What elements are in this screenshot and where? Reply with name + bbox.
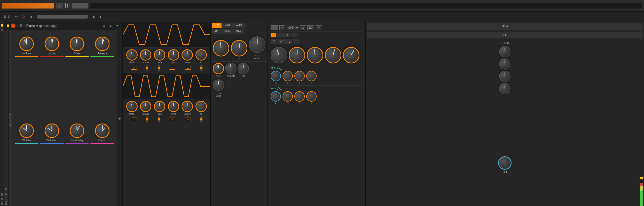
- osc1-shape-slider[interactable]: [146, 65, 148, 71]
- osc2-unison-val[interactable]: 2v: [185, 118, 191, 121]
- pan-knob[interactable]: [504, 42, 506, 44]
- osc1-sub-slider[interactable]: [158, 65, 160, 71]
- osc1-phase-indicator: [201, 51, 201, 54]
- note-button[interactable]: Note: [367, 23, 643, 30]
- scrollbar[interactable]: [37, 15, 88, 19]
- note-knob4[interactable]: [499, 83, 511, 94]
- output-knob[interactable]: [95, 123, 109, 138]
- shape-btn-5[interactable]: ⌒: [271, 39, 277, 44]
- grid-icon[interactable]: ⠿ ⠿: [3, 14, 12, 20]
- wipe-button[interactable]: WIPE: [233, 23, 245, 28]
- fb-knob[interactable]: [238, 63, 249, 74]
- onset-knob[interactable]: [70, 37, 84, 51]
- note-knob3[interactable]: [499, 71, 511, 82]
- shape-btn-3[interactable]: ∧: [284, 33, 290, 37]
- distortion-knob[interactable]: [45, 123, 59, 138]
- aeg-a-knob[interactable]: [271, 91, 281, 102]
- osc2-sub-knob[interactable]: [154, 101, 165, 112]
- filter-eg-btn[interactable]: EG: [307, 25, 315, 30]
- osc2-pitch-val[interactable]: 8': [131, 118, 137, 121]
- aeg-s-knob[interactable]: [294, 91, 305, 102]
- glide-knob[interactable]: [225, 63, 237, 74]
- aeg-d-knob[interactable]: [282, 91, 293, 102]
- grip-handle[interactable]: ⠿⠿⠿: [17, 24, 25, 28]
- note-knob2[interactable]: [499, 58, 511, 70]
- osc2-sync-val[interactable]: R: [169, 118, 175, 121]
- filter-knob4[interactable]: [325, 47, 341, 63]
- feg-s-knob[interactable]: [294, 71, 305, 81]
- release-knob[interactable]: [95, 37, 109, 51]
- note-knob1[interactable]: [499, 46, 511, 57]
- am-button[interactable]: AM: [212, 29, 221, 34]
- osc1-sub-knob[interactable]: [154, 49, 165, 61]
- preset-name-bar[interactable]: [2, 3, 54, 9]
- osc1-mixer-knob[interactable]: [213, 40, 229, 56]
- filter-knob2[interactable]: [289, 47, 305, 63]
- feg-a-knob[interactable]: [271, 71, 281, 81]
- osc2-phase-knob[interactable]: [195, 101, 207, 112]
- feg-r-knob[interactable]: [306, 71, 317, 81]
- filter-knob1[interactable]: [271, 47, 287, 63]
- osc1-sync-val[interactable]: R: [169, 66, 175, 70]
- shape-btn-1[interactable]: ¬: [271, 33, 276, 37]
- settings-btn[interactable]: ⚙: [101, 23, 106, 28]
- filter-bars-btn[interactable]: ⊞: [300, 25, 306, 30]
- power-button[interactable]: ⏻: [11, 23, 15, 28]
- shape-btn-7[interactable]: ∨: [286, 39, 292, 44]
- osc1-pitch-val[interactable]: 8': [131, 66, 137, 70]
- drive-knob[interactable]: [213, 79, 224, 91]
- osc1-sync-knob[interactable]: [168, 49, 179, 61]
- layer-icon[interactable]: [1, 29, 3, 31]
- neg-button[interactable]: NEG: [222, 23, 233, 28]
- add-button[interactable]: +: [117, 116, 122, 121]
- nav-right-arrow[interactable]: ►: [92, 15, 96, 19]
- filter-knob3[interactable]: [307, 47, 323, 63]
- shape-btn-2[interactable]: ¬↑: [277, 33, 284, 37]
- osc1-pitch-knob[interactable]: [126, 49, 138, 61]
- shape-btn-6[interactable]: ↑⌒: [278, 39, 286, 44]
- down-btn[interactable]: ▼: [115, 23, 120, 28]
- osc2-mixer-knob[interactable]: [231, 40, 247, 56]
- fx-button[interactable]: FX: [367, 32, 643, 38]
- mix-button[interactable]: MIX: [212, 23, 222, 28]
- osc2-sync-knob[interactable]: [168, 101, 179, 112]
- osc1-unison-knob[interactable]: [182, 49, 193, 61]
- max-button[interactable]: MAX: [233, 29, 244, 34]
- shape-btn-8[interactable]: —: [293, 39, 300, 44]
- filter-peak-btn[interactable]: ∧: [279, 25, 285, 30]
- filter-knob5[interactable]: [343, 47, 359, 63]
- lopass-knob[interactable]: [19, 37, 34, 51]
- osc2-sub-slider[interactable]: [158, 116, 160, 122]
- sign-button[interactable]: SIGN: [221, 29, 233, 34]
- osc1-phase-knob[interactable]: [195, 49, 207, 61]
- nav-left2-arrow[interactable]: ◄: [98, 15, 102, 19]
- osc2-phase-slider[interactable]: [200, 116, 202, 122]
- whistle-knob[interactable]: [19, 123, 34, 138]
- aeg-s-label: S: [299, 102, 300, 105]
- pitch-knob[interactable]: [213, 63, 224, 74]
- osc2-unison-knob[interactable]: [182, 101, 193, 112]
- close-icon[interactable]: ✕: [21, 14, 27, 20]
- osc1-shape-knob[interactable]: [140, 49, 151, 61]
- osc2-shape-slider[interactable]: [146, 116, 148, 122]
- osc2-shape-knob[interactable]: [140, 101, 151, 112]
- undo-icon[interactable]: ↩: [14, 14, 19, 20]
- osc2-pitch-knob[interactable]: [126, 101, 138, 112]
- filter-link-btn[interactable]: ⟷: [271, 25, 278, 30]
- feg-d-knob[interactable]: [282, 71, 293, 81]
- osc1-phase-slider[interactable]: [200, 65, 202, 71]
- osc1-unison-val[interactable]: 1v: [185, 66, 191, 70]
- up-btn[interactable]: ▲: [108, 23, 113, 28]
- sirendelay-knob[interactable]: [70, 123, 84, 138]
- nav-left-arrow[interactable]: ◄: [29, 15, 33, 19]
- noise-arrow-icon[interactable]: ►⟷: [254, 54, 260, 56]
- filter-mode-dropdown[interactable]: OFF: [286, 26, 299, 30]
- noise-mixer-knob[interactable]: [249, 36, 265, 53]
- lighten-knob[interactable]: [45, 37, 59, 51]
- lopass-label: Lo-Pass: [22, 52, 32, 55]
- filter-edit-btn[interactable]: ✏: [316, 25, 322, 30]
- out-knob[interactable]: [498, 156, 512, 170]
- menu-icon[interactable]: ≡: [56, 3, 63, 9]
- aeg-r-knob[interactable]: [306, 91, 317, 102]
- shape-btn-4[interactable]: ∫↑: [291, 33, 297, 37]
